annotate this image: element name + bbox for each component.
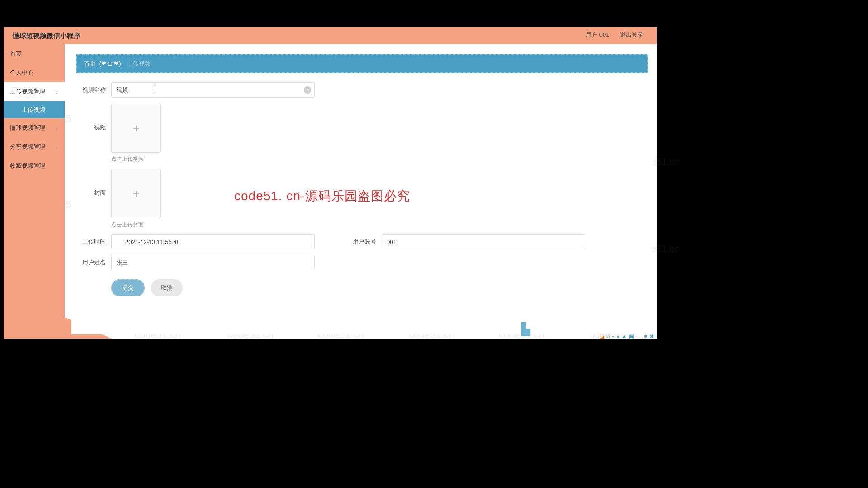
breadcrumb: 首页 (❤ ω ❤) 上传视频 <box>76 54 648 73</box>
logout-link[interactable]: 退出登录 <box>620 31 643 38</box>
video-name-label: 视频名称 <box>80 82 106 94</box>
sidebar-item-upload-mgmt[interactable]: 上传视频管理 ⌄ <box>4 82 65 101</box>
video-name-input[interactable] <box>111 82 315 98</box>
sidebar-item-profile[interactable]: 个人中心 <box>4 63 65 82</box>
corner-logo: ▙ <box>521 322 530 336</box>
app-title: 懂球短视频微信小程序 <box>13 32 80 40</box>
plus-icon: ＋ <box>131 121 142 135</box>
cover-upload-hint: 点击上传封面 <box>111 221 161 229</box>
chevron-down-icon: ⌄ <box>55 89 58 94</box>
cover-upload-box[interactable]: ＋ <box>111 169 161 218</box>
upload-time-label: 上传时间 <box>80 234 106 249</box>
submit-button[interactable]: 提交 <box>111 279 145 296</box>
user-name-input[interactable] <box>111 255 315 270</box>
breadcrumb-emoji: (❤ ω ❤) <box>99 60 121 67</box>
upload-form: 视频名称 ✕ 视频 ＋ 点击上传视频 封面 <box>71 78 652 301</box>
cover-upload-label: 封面 <box>80 169 106 197</box>
upload-time-input[interactable] <box>111 234 315 249</box>
sidebar-item-favorite-mgmt[interactable]: 收藏视频管理 <box>4 156 65 175</box>
sidebar-item-share-mgmt[interactable]: 分享视频管理 ⌄ <box>4 137 65 156</box>
user-label[interactable]: 用户 001 <box>586 31 609 38</box>
clear-icon[interactable]: ✕ <box>304 86 311 94</box>
user-name-label: 用户姓名 <box>80 255 106 267</box>
chevron-down-icon: ⌄ <box>55 145 58 150</box>
user-account-input[interactable] <box>382 234 585 249</box>
app-header: 懂球短视频微信小程序 <box>4 27 657 44</box>
sidebar: 首页 个人中心 上传视频管理 ⌄ 上传视频 懂球视频管理 ⌄ 分享视频管理 ⌄ … <box>4 44 65 339</box>
video-upload-hint: 点击上传视频 <box>111 155 161 163</box>
sidebar-item-home[interactable]: 首页 <box>4 44 65 63</box>
text-cursor <box>155 86 155 94</box>
header-user-area: 用户 001 退出登录 <box>577 31 643 39</box>
sidebar-item-dongqiu-mgmt[interactable]: 懂球视频管理 ⌄ <box>4 118 65 137</box>
system-tray: ◪ ⌂ ◦ ● ▲ ▣ — ≡ ✖ <box>599 333 654 340</box>
user-account-label: 用户账号 <box>351 234 376 249</box>
breadcrumb-current: 上传视频 <box>127 60 151 67</box>
main-content: 首页 (❤ ω ❤) 上传视频 视频名称 ✕ 视频 ＋ 点击上传视频 <box>71 50 652 334</box>
chevron-down-icon: ⌄ <box>55 126 58 131</box>
breadcrumb-home[interactable]: 首页 <box>84 60 96 67</box>
video-upload-label: 视频 <box>80 103 106 131</box>
plus-icon: ＋ <box>131 186 142 201</box>
sidebar-subitem-upload-video[interactable]: 上传视频 <box>4 101 65 118</box>
video-upload-box[interactable]: ＋ <box>111 103 161 153</box>
cancel-button[interactable]: 取消 <box>151 279 183 296</box>
